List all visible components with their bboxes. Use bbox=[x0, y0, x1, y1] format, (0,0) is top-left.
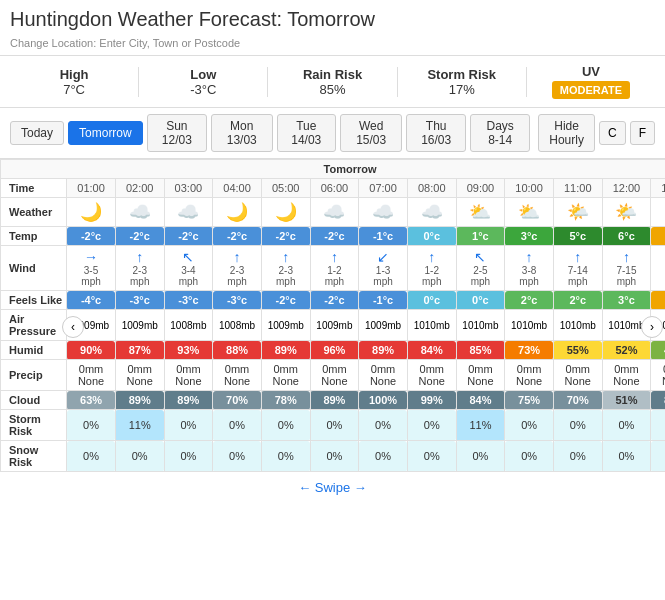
nav-tomorrow[interactable]: Tomorrow bbox=[68, 121, 143, 145]
wind-speed-4: 2-3mph bbox=[266, 265, 306, 287]
snow-risk-cell-0: 0% bbox=[67, 441, 116, 472]
feels-cell-12: 5°c bbox=[651, 291, 665, 310]
celsius-btn[interactable]: C bbox=[599, 121, 626, 145]
cloud-cell-7: 99% bbox=[407, 391, 456, 410]
humid-cell-0: 90% bbox=[67, 341, 116, 360]
wind-dir-6: ↙ bbox=[363, 249, 403, 265]
uv-badge: MODERATE bbox=[552, 81, 630, 99]
scroll-right-btn[interactable]: › bbox=[641, 316, 663, 338]
wind-dir-11: ↑ bbox=[607, 249, 647, 265]
time-cell-5: 06:00 bbox=[310, 179, 359, 198]
summary-uv: UV MODERATE bbox=[527, 64, 655, 99]
precip-cell-6: 0mmNone bbox=[359, 360, 408, 391]
nav-tue[interactable]: Tue 14/03 bbox=[277, 114, 336, 152]
section-tomorrow-label: Tomorrow bbox=[1, 160, 666, 179]
weather-icon-4: 🌙 bbox=[275, 202, 297, 222]
humid-cell-1: 87% bbox=[115, 341, 164, 360]
time-cell-12: 13:00 bbox=[651, 179, 665, 198]
wind-speed-5: 1-2mph bbox=[315, 265, 355, 287]
humid-cell-7: 84% bbox=[407, 341, 456, 360]
temp-cell-0: -2°c bbox=[67, 227, 116, 246]
rain-label: Rain Risk bbox=[278, 67, 386, 82]
wind-dir-2: ↖ bbox=[169, 249, 209, 265]
nav-mon[interactable]: Mon 13/03 bbox=[211, 114, 273, 152]
humid-cell-5: 96% bbox=[310, 341, 359, 360]
hide-hourly-btn[interactable]: Hide Hourly bbox=[538, 114, 595, 152]
wind-speed-0: 3-5mph bbox=[71, 265, 111, 287]
storm-risk-cell-6: 0% bbox=[359, 410, 408, 441]
storm-risk-cell-1: 11% bbox=[115, 410, 164, 441]
snow-risk-cell-1: 0% bbox=[115, 441, 164, 472]
wind-dir-1: ↑ bbox=[120, 249, 160, 265]
time-cell-8: 09:00 bbox=[456, 179, 505, 198]
wind-speed-6: 1-3mph bbox=[363, 265, 403, 287]
cloud-cell-6: 100% bbox=[359, 391, 408, 410]
wind-label: Wind bbox=[1, 246, 67, 291]
wind-speed-10: 7-14mph bbox=[558, 265, 598, 287]
nav-thu[interactable]: Thu 16/03 bbox=[406, 114, 466, 152]
table-wrapper: ‹ › Tomorrow Time01:0002:0003:0004:0005:… bbox=[0, 159, 665, 472]
forecast-table: Tomorrow Time01:0002:0003:0004:0005:0006… bbox=[0, 159, 665, 472]
humid-cell-3: 88% bbox=[213, 341, 262, 360]
cloud-label: Cloud bbox=[1, 391, 67, 410]
humid-cell-12: 44% bbox=[651, 341, 665, 360]
air-pressure-cell-9: 1010mb bbox=[505, 310, 554, 341]
humid-cell-8: 85% bbox=[456, 341, 505, 360]
air-pressure-cell-10: 1010mb bbox=[553, 310, 602, 341]
time-cell-6: 07:00 bbox=[359, 179, 408, 198]
temp-cell-5: -2°c bbox=[310, 227, 359, 246]
storm-risk-cell-10: 0% bbox=[553, 410, 602, 441]
time-cell-3: 04:00 bbox=[213, 179, 262, 198]
page-title: Huntingdon Weather Forecast: Tomorrow bbox=[0, 0, 665, 35]
nav-today[interactable]: Today bbox=[10, 121, 64, 145]
wind-dir-9: ↑ bbox=[509, 249, 549, 265]
high-label: High bbox=[20, 67, 128, 82]
storm-risk-label: StormRisk bbox=[1, 410, 67, 441]
high-value: 7°C bbox=[20, 82, 128, 97]
time-label: Time bbox=[1, 179, 67, 198]
precip-cell-10: 0mmNone bbox=[553, 360, 602, 391]
feels-cell-11: 3°c bbox=[602, 291, 651, 310]
humid-cell-6: 89% bbox=[359, 341, 408, 360]
temp-label: Temp bbox=[1, 227, 67, 246]
location-bar[interactable]: Change Location: Enter City, Town or Pos… bbox=[0, 35, 665, 56]
cloud-cell-9: 75% bbox=[505, 391, 554, 410]
storm-risk-cell-2: 0% bbox=[164, 410, 213, 441]
summary-high: High 7°C bbox=[10, 67, 139, 97]
precip-cell-5: 0mmNone bbox=[310, 360, 359, 391]
humid-label: Humid bbox=[1, 341, 67, 360]
scroll-left-btn[interactable]: ‹ bbox=[62, 316, 84, 338]
summary-rain: Rain Risk 85% bbox=[268, 67, 397, 97]
fahrenheit-btn[interactable]: F bbox=[630, 121, 655, 145]
cloud-cell-10: 70% bbox=[553, 391, 602, 410]
temp-cell-1: -2°c bbox=[115, 227, 164, 246]
wind-dir-5: ↑ bbox=[315, 249, 355, 265]
snow-risk-cell-11: 0% bbox=[602, 441, 651, 472]
air-pressure-label: AirPressure bbox=[1, 310, 67, 341]
cloud-cell-4: 78% bbox=[261, 391, 310, 410]
storm-risk-cell-11: 0% bbox=[602, 410, 651, 441]
weather-icon-8: ⛅ bbox=[469, 202, 491, 222]
feels-cell-3: -3°c bbox=[213, 291, 262, 310]
wind-dir-8: ↖ bbox=[461, 249, 501, 265]
nav-days[interactable]: Days 8-14 bbox=[470, 114, 530, 152]
nav-sun[interactable]: Sun 12/03 bbox=[147, 114, 207, 152]
precip-cell-4: 0mmNone bbox=[261, 360, 310, 391]
wind-dir-3: ↑ bbox=[217, 249, 257, 265]
storm-risk-cell-9: 0% bbox=[505, 410, 554, 441]
wind-speed-8: 2-5mph bbox=[461, 265, 501, 287]
precip-cell-7: 0mmNone bbox=[407, 360, 456, 391]
air-pressure-cell-6: 1009mb bbox=[359, 310, 408, 341]
weather-icon-0: 🌙 bbox=[80, 202, 102, 222]
humid-cell-4: 89% bbox=[261, 341, 310, 360]
nav-wed[interactable]: Wed 15/03 bbox=[340, 114, 402, 152]
time-cell-4: 05:00 bbox=[261, 179, 310, 198]
precip-cell-8: 0mmNone bbox=[456, 360, 505, 391]
feels-cell-5: -2°c bbox=[310, 291, 359, 310]
snow-risk-label: SnowRisk bbox=[1, 441, 67, 472]
temp-cell-3: -2°c bbox=[213, 227, 262, 246]
cloud-cell-12: 83% bbox=[651, 391, 665, 410]
rain-value: 85% bbox=[278, 82, 386, 97]
feels-cell-0: -4°c bbox=[67, 291, 116, 310]
wind-speed-2: 3-4mph bbox=[169, 265, 209, 287]
